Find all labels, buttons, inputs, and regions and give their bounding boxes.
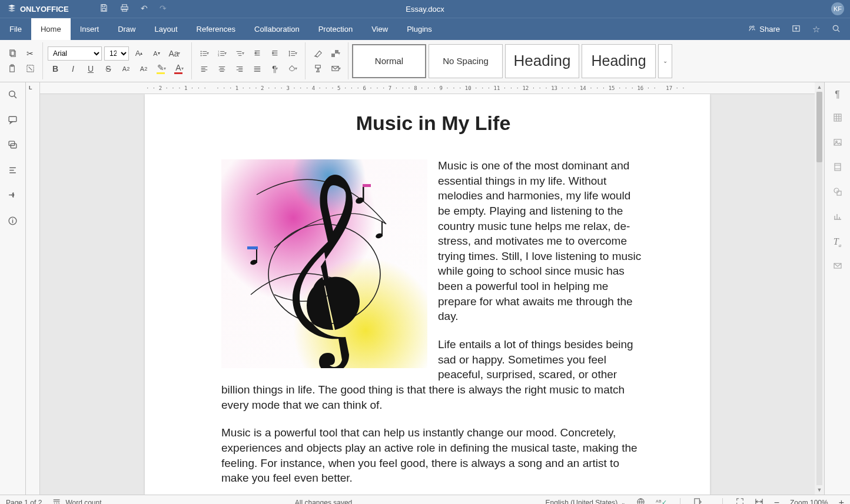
spellcheck-icon[interactable]: ᴬᴮ✓: [656, 499, 667, 504]
save-icon[interactable]: [99, 4, 108, 14]
user-avatar[interactable]: KF: [831, 2, 844, 15]
nonprinting-icon[interactable]: ¶▾: [267, 61, 283, 76]
align-right-icon[interactable]: [232, 61, 247, 76]
svg-rect-11: [9, 66, 14, 72]
copy-icon[interactable]: [5, 46, 20, 61]
line-spacing-icon[interactable]: ▾: [285, 46, 300, 61]
underline-icon[interactable]: U: [83, 61, 98, 76]
align-justify-icon[interactable]: [250, 61, 265, 76]
bold-icon[interactable]: B: [48, 61, 63, 76]
scroll-up-icon[interactable]: ▲: [815, 82, 824, 92]
mail-merge-settings-icon[interactable]: [833, 261, 842, 273]
chart-settings-icon[interactable]: [833, 212, 842, 223]
border-icon[interactable]: ▾: [328, 46, 343, 61]
track-changes-icon[interactable]: ⌄: [693, 498, 709, 505]
document-scroll-area[interactable]: Music in My Life: [40, 94, 815, 495]
right-panel: ¶ Ta: [824, 82, 850, 495]
horizontal-ruler[interactable]: · · 2 · · · 1 · · · · · · 1 · · · 2 · · …: [40, 82, 815, 94]
increase-indent-icon[interactable]: [267, 46, 283, 61]
language-selector[interactable]: English (United States) ⌄: [546, 499, 626, 505]
align-center-icon[interactable]: [214, 61, 230, 76]
tab-plugins[interactable]: Plugins: [397, 18, 441, 40]
open-location-icon[interactable]: [792, 24, 801, 35]
decrease-font-icon[interactable]: A▾: [149, 46, 164, 61]
vertical-ruler[interactable]: L: [26, 82, 40, 495]
tab-protection[interactable]: Protection: [309, 18, 363, 40]
multilevel-icon[interactable]: ▾: [232, 46, 247, 61]
inline-image[interactable]: [221, 159, 427, 368]
headings-icon[interactable]: [8, 165, 18, 178]
paragraph-settings-icon[interactable]: ¶: [835, 89, 840, 100]
bullets-icon[interactable]: ▾: [197, 46, 212, 61]
menubar: File Home Insert Draw Layout References …: [0, 18, 850, 40]
page-indicator[interactable]: Page 1 of 2: [6, 499, 42, 505]
change-case-icon[interactable]: Aa▾: [167, 46, 182, 61]
tab-file[interactable]: File: [0, 18, 31, 40]
table-settings-icon[interactable]: [833, 113, 842, 125]
select-all-icon[interactable]: [22, 61, 38, 76]
about-icon[interactable]: [8, 216, 18, 228]
mailmerge-icon[interactable]: ▾: [328, 61, 343, 76]
share-button[interactable]: Share: [748, 24, 780, 34]
header-footer-icon[interactable]: [833, 162, 842, 174]
style-normal[interactable]: Normal: [352, 44, 426, 78]
format-painter-icon[interactable]: [310, 61, 326, 76]
fit-width-icon[interactable]: [755, 498, 763, 504]
align-left-icon[interactable]: [197, 61, 212, 76]
font-name-select[interactable]: Arial: [48, 46, 102, 61]
style-heading-1[interactable]: Heading: [505, 44, 579, 78]
print-icon[interactable]: [120, 4, 129, 14]
style-no-spacing[interactable]: No Spacing: [429, 44, 503, 78]
comments-icon[interactable]: [8, 115, 18, 127]
font-size-select[interactable]: 12: [104, 46, 129, 61]
redo-icon[interactable]: ↷: [160, 4, 167, 14]
cut-icon[interactable]: ✂: [22, 46, 38, 61]
tab-references[interactable]: References: [187, 18, 245, 40]
find-icon[interactable]: [8, 89, 18, 102]
svg-rect-38: [256, 248, 257, 263]
scroll-down-icon[interactable]: ▼: [815, 485, 824, 495]
toolbar: ✂ Arial 12 A▴ A▾ Aa▾ B I U S A2 A2 ✎▾ A▾…: [0, 40, 850, 82]
subscript-icon[interactable]: A2: [136, 61, 151, 76]
image-settings-icon[interactable]: [833, 138, 842, 149]
tab-view[interactable]: View: [362, 18, 397, 40]
tab-layout[interactable]: Layout: [145, 18, 187, 40]
fit-page-icon[interactable]: [736, 498, 744, 504]
document-page[interactable]: Music in My Life: [145, 94, 710, 495]
numbering-icon[interactable]: 123▾: [214, 46, 230, 61]
favorite-icon[interactable]: ☆: [812, 24, 820, 35]
feedback-icon[interactable]: [8, 191, 18, 203]
style-heading-2[interactable]: Heading: [582, 44, 656, 78]
font-color-icon[interactable]: A▾: [171, 61, 187, 76]
shape-settings-icon[interactable]: [833, 187, 842, 199]
italic-icon[interactable]: I: [65, 61, 81, 76]
svg-rect-36: [363, 184, 371, 187]
zoom-level[interactable]: Zoom 100%: [790, 499, 828, 505]
vertical-scrollbar[interactable]: ▲ ▼: [815, 82, 824, 495]
chat-icon[interactable]: [8, 140, 18, 152]
tab-home[interactable]: Home: [31, 18, 71, 40]
increase-font-icon[interactable]: A▴: [131, 46, 147, 61]
shading-icon[interactable]: ▾: [285, 61, 300, 76]
format-group: ▾ ▾: [306, 42, 348, 79]
strikethrough-icon[interactable]: S: [101, 61, 116, 76]
tab-draw[interactable]: Draw: [108, 18, 145, 40]
paste-icon[interactable]: [5, 61, 20, 76]
tab-insert[interactable]: Insert: [71, 18, 109, 40]
tab-collaboration[interactable]: Collaboration: [245, 18, 309, 40]
search-icon[interactable]: [832, 24, 841, 35]
zoom-out-button[interactable]: −: [774, 498, 779, 505]
highlight-color-icon[interactable]: ✎▾: [154, 61, 169, 76]
scroll-thumb[interactable]: [816, 92, 822, 162]
zoom-in-button[interactable]: +: [839, 498, 844, 505]
set-doc-language-icon[interactable]: [636, 498, 645, 505]
word-count-button[interactable]: 123 Word count: [52, 498, 101, 504]
decrease-indent-icon[interactable]: [250, 46, 265, 61]
styles-gallery: Normal No Spacing Heading Heading ⌄: [348, 42, 676, 79]
undo-icon[interactable]: ↶: [141, 4, 148, 14]
styles-more-button[interactable]: ⌄: [658, 44, 672, 78]
scroll-track[interactable]: [816, 92, 822, 485]
clear-style-icon[interactable]: [310, 46, 326, 61]
superscript-icon[interactable]: A2: [118, 61, 134, 76]
text-art-icon[interactable]: Ta: [834, 236, 841, 248]
